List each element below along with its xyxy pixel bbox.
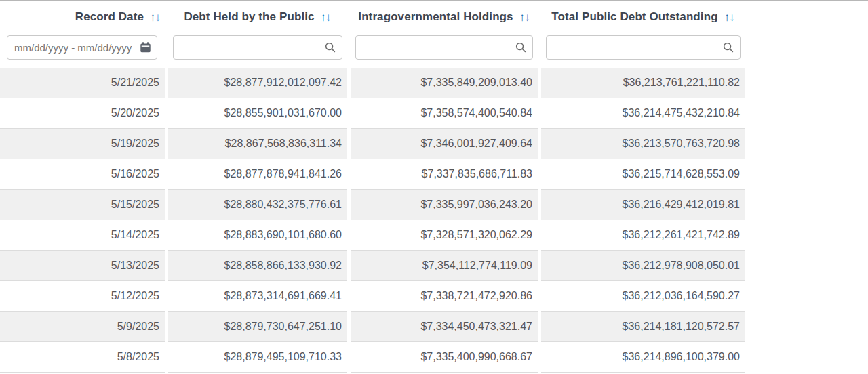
cell-total-public-debt: $36,215,714,628,553.09 [541, 159, 745, 190]
total-public-debt-filter-input[interactable] [546, 35, 741, 60]
cell-total-public-debt: $36,212,261,421,742.89 [541, 220, 745, 251]
cell-filler [749, 98, 868, 129]
cell-debt-held-by-public: $28,873,314,691,669.41 [168, 281, 347, 312]
sort-icon[interactable]: ↑↓ [724, 12, 735, 23]
cell-total-public-debt: $36,214,181,120,572.57 [541, 312, 745, 342]
column-header-record-date[interactable]: Record Date ↑↓ [0, 1, 165, 33]
table-row: 5/20/2025 $28,855,901,031,670.00 $7,358,… [0, 98, 868, 129]
cell-intragovernmental-holdings: $7,328,571,320,062.29 [351, 220, 538, 251]
cell-intragovernmental-holdings: $7,358,574,400,540.84 [351, 98, 538, 129]
sort-icon[interactable]: ↑↓ [519, 12, 530, 23]
cell-record-date: 5/8/2025 [0, 342, 165, 373]
table-filter-row [0, 33, 868, 68]
table-row: 5/12/2025 $28,873,314,691,669.41 $7,338,… [0, 281, 868, 312]
cell-total-public-debt: $36,212,978,908,050.01 [541, 251, 745, 281]
cell-total-public-debt: $36,216,429,412,019.81 [541, 190, 745, 220]
cell-record-date: 5/13/2025 [0, 251, 165, 281]
cell-filler [749, 129, 868, 159]
search-icon [515, 41, 527, 54]
cell-total-public-debt: $36,214,475,432,210.84 [541, 98, 745, 129]
cell-filler [749, 220, 868, 251]
cell-record-date: 5/20/2025 [0, 98, 165, 129]
table-row: 5/19/2025 $28,867,568,836,311.34 $7,346,… [0, 129, 868, 159]
cell-filler [749, 68, 868, 98]
debt-to-the-penny-table: Record Date ↑↓ Debt Held by the Public ↑… [0, 0, 868, 374]
cell-debt-held-by-public: $28,879,730,647,251.10 [168, 312, 347, 342]
column-header-label: Debt Held by the Public [184, 10, 314, 24]
cell-record-date: 5/14/2025 [0, 220, 165, 251]
cell-filler [749, 281, 868, 312]
cell-record-date: 5/9/2025 [0, 312, 165, 342]
cell-debt-held-by-public: $28,880,432,375,776.61 [168, 190, 347, 220]
cell-debt-held-by-public: $28,877,878,941,841.26 [168, 159, 347, 190]
search-icon [324, 41, 336, 54]
cell-record-date: 5/19/2025 [0, 129, 165, 159]
column-header-intragovernmental-holdings[interactable]: Intragovernmental Holdings ↑↓ [351, 1, 538, 33]
table-row: 5/14/2025 $28,883,690,101,680.60 $7,328,… [0, 220, 868, 251]
cell-record-date: 5/15/2025 [0, 190, 165, 220]
cell-intragovernmental-holdings: $7,346,001,927,409.64 [351, 129, 538, 159]
cell-filler [749, 190, 868, 220]
table-row: 5/9/2025 $28,879,730,647,251.10 $7,334,4… [0, 312, 868, 342]
cell-intragovernmental-holdings: $7,354,112,774,119.09 [351, 251, 538, 281]
cell-debt-held-by-public: $28,858,866,133,930.92 [168, 251, 347, 281]
calendar-icon[interactable] [140, 42, 151, 54]
cell-record-date: 5/21/2025 [0, 68, 165, 98]
table-row: 5/8/2025 $28,879,495,109,710.33 $7,335,4… [0, 342, 868, 373]
cell-intragovernmental-holdings: $7,335,997,036,243.20 [351, 190, 538, 220]
cell-intragovernmental-holdings: $7,335,400,990,668.67 [351, 342, 538, 373]
cell-intragovernmental-holdings: $7,337,835,686,711.83 [351, 159, 538, 190]
table-row: 5/13/2025 $28,858,866,133,930.92 $7,354,… [0, 251, 868, 281]
cell-total-public-debt: $36,213,761,221,110.82 [541, 68, 745, 98]
sort-icon[interactable]: ↑↓ [321, 12, 332, 23]
cell-intragovernmental-holdings: $7,338,721,472,920.86 [351, 281, 538, 312]
table-row: 5/16/2025 $28,877,878,941,841.26 $7,337,… [0, 159, 868, 190]
record-date-filter-input[interactable] [7, 35, 157, 60]
column-header-debt-held-by-public[interactable]: Debt Held by the Public ↑↓ [168, 1, 347, 33]
table-row: 5/15/2025 $28,880,432,375,776.61 $7,335,… [0, 190, 868, 220]
table-header-row: Record Date ↑↓ Debt Held by the Public ↑… [0, 1, 868, 33]
cell-record-date: 5/12/2025 [0, 281, 165, 312]
debt-held-by-public-filter-input[interactable] [173, 35, 342, 60]
column-header-total-public-debt[interactable]: Total Public Debt Outstanding ↑↓ [541, 1, 745, 33]
cell-filler [749, 159, 868, 190]
column-header-label: Record Date [75, 10, 144, 24]
sort-icon[interactable]: ↑↓ [150, 12, 161, 23]
cell-filler [749, 312, 868, 342]
cell-debt-held-by-public: $28,883,690,101,680.60 [168, 220, 347, 251]
cell-debt-held-by-public: $28,855,901,031,670.00 [168, 98, 347, 129]
cell-debt-held-by-public: $28,879,495,109,710.33 [168, 342, 347, 373]
column-header-label: Intragovernmental Holdings [358, 10, 513, 24]
cell-filler [749, 342, 868, 373]
column-header-label: Total Public Debt Outstanding [551, 10, 717, 24]
cell-debt-held-by-public: $28,877,912,012,097.42 [168, 68, 347, 98]
cell-total-public-debt: $36,213,570,763,720.98 [541, 129, 745, 159]
table-row: 5/21/2025 $28,877,912,012,097.42 $7,335,… [0, 68, 868, 98]
cell-intragovernmental-holdings: $7,334,450,473,321.47 [351, 312, 538, 342]
cell-record-date: 5/16/2025 [0, 159, 165, 190]
cell-total-public-debt: $36,212,036,164,590.27 [541, 281, 745, 312]
search-icon [722, 41, 734, 54]
intragovernmental-holdings-filter-input[interactable] [355, 35, 533, 60]
table-body: 5/21/2025 $28,877,912,012,097.42 $7,335,… [0, 68, 868, 373]
cell-total-public-debt: $36,214,896,100,379.00 [541, 342, 745, 373]
cell-debt-held-by-public: $28,867,568,836,311.34 [168, 129, 347, 159]
cell-intragovernmental-holdings: $7,335,849,209,013.40 [351, 68, 538, 98]
cell-filler [749, 251, 868, 281]
